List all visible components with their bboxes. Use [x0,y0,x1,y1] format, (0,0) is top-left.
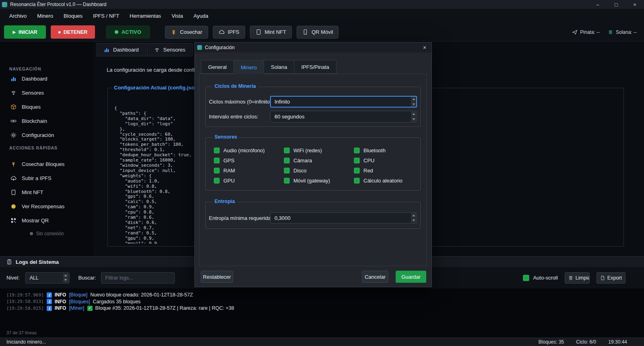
toolbar: ▶ INICIAR ■ DETENER ACTIVO Cosechar IPFS… [0,23,644,41]
max-cycles-input[interactable] [270,96,417,108]
window-controls: – □ × [588,0,644,9]
config-panel-title: Configuración Actual (config.json) [112,85,202,91]
max-cycles-label: Ciclos máximos (0=infinito): [209,99,273,105]
dialog-tab-solana[interactable]: Solana [264,60,294,74]
sidebar: NAVEGACIÓN Dashboard Sensores Bloques Bl… [0,41,93,256]
sensor-camara: ✓Cámara [284,157,354,164]
info-icon: i [47,292,52,298]
sidebar-item-configuracion[interactable]: Configuración [0,128,93,142]
sidebar-item-blockchain[interactable]: Blockchain [0,114,93,128]
menu-ipfs-nft[interactable]: IPFS / NFT [88,9,124,23]
spin-down-button[interactable] [411,102,416,107]
sensor-label: Audio (micrófono) [223,147,265,153]
clear-button-label: Limpiar [576,275,590,281]
sensor-checkbox[interactable]: ✓ [354,178,360,184]
mining-status-label: ACTIVO [122,29,141,35]
dialog-tab-general[interactable]: General [201,60,233,74]
dialog-tab-minero[interactable]: Minero [233,60,264,74]
entropy-input[interactable] [270,212,417,224]
arrow-down-icon [413,104,415,105]
spin-up-button[interactable] [411,112,416,116]
arrow-up-icon [413,215,415,216]
sensor-checkbox[interactable]: ✓ [214,157,220,164]
dialog-close-button[interactable]: × [418,43,431,52]
clear-logs-button[interactable]: Limpiar [565,272,590,284]
sensors-grid: ✓Audio (micrófono) ✓WiFi (redes) ✓Blueto… [214,147,424,184]
sidebar-item-bloques[interactable]: Bloques [0,100,93,114]
sensor-checkbox[interactable]: ✓ [284,178,290,184]
harvest-button[interactable]: Cosechar [165,26,208,39]
sensor-checkbox[interactable]: ✓ [214,147,220,153]
solana-status-label: Solana: -- [616,29,637,35]
sensor-checkbox[interactable]: ✓ [284,157,290,164]
spin-down-button[interactable] [411,218,416,223]
sidebar-action-mostrar-qr[interactable]: Mostrar QR [0,213,93,228]
sidebar-action-cosechar-bloques[interactable]: Cosechar Bloques [0,157,93,171]
tab-dashboard[interactable]: Dashboard [97,43,146,56]
ipfs-button[interactable]: IPFS [213,26,245,39]
log-filter-input[interactable] [101,272,175,284]
sidebar-action-mint-nft[interactable]: Mint NFT [0,185,93,199]
menu-bloques[interactable]: Bloques [58,9,88,23]
mint-nft-button[interactable]: Mint NFT [250,26,292,39]
sensor-checkbox[interactable]: ✓ [284,168,290,174]
menu-herramientas[interactable]: Herramientas [124,9,166,23]
log-level-select[interactable]: ALL [25,272,70,284]
sensor-label: Red [363,168,373,174]
offline-dot-icon [30,232,33,235]
menu-ayuda[interactable]: Ayuda [188,9,214,23]
spin-up-button[interactable] [411,213,416,218]
sensor-checkbox[interactable]: ✓ [214,168,220,174]
sensor-label: GPS [223,157,234,164]
spin-up-button[interactable] [411,97,416,102]
menu-minero[interactable]: Minero [32,9,58,23]
logs-header-title: Logs del Sistema [16,259,59,265]
arrow-up-icon [413,98,415,100]
dialog-tab-ipfs-pinata[interactable]: IPFS/Pinata [294,60,336,74]
cancel-button[interactable]: Cancelar [362,271,388,283]
sidebar-item-dashboard[interactable]: Dashboard [0,72,93,86]
sensor-checkbox[interactable]: ✓ [354,168,360,174]
log-message: Nuevo bloque creado: 2026-01-12T18-28-57… [90,292,193,298]
maximize-button[interactable]: □ [607,0,625,9]
nft-frame-icon [10,189,17,195]
sidebar-action-subir-ipfs[interactable]: Subir a IPFS [0,171,93,185]
spin-up-button[interactable] [63,273,68,278]
stop-button-label: DETENER [64,29,88,35]
cloud-upload-icon [10,175,17,181]
level-label: Nivel: [6,275,20,281]
close-window-button[interactable]: × [625,0,644,9]
coin-icon [10,203,17,209]
search-label: Buscar: [78,275,96,281]
interval-field [270,111,417,122]
sensor-checkbox[interactable]: ✓ [354,147,360,153]
reset-button[interactable]: Restablecer [201,271,233,283]
stop-icon: ■ [58,30,61,34]
qr-movil-button[interactable]: QR Móvil [297,26,339,39]
menu-vista[interactable]: Vista [166,9,188,23]
sensor-gpu: ✓GPU [214,178,284,184]
spin-down-button[interactable] [63,278,68,282]
sensors-title: Sensores [213,134,239,140]
save-button[interactable]: Guardar [396,271,426,283]
sidebar-action-ver-recompensas[interactable]: Ver Recompensas [0,199,93,213]
sidebar-item-sensores[interactable]: Sensores [0,86,93,100]
spin-down-button[interactable] [411,117,416,122]
wheat-icon [171,29,177,35]
sensor-checkbox[interactable]: ✓ [354,157,360,164]
autoscroll-label: Auto-scroll [533,275,557,281]
start-mining-button[interactable]: ▶ INICIAR [4,25,46,39]
sensor-checkbox[interactable]: ✓ [214,178,220,184]
tab-sensores[interactable]: Sensores [147,43,193,56]
menu-archivo[interactable]: Archivo [4,9,32,23]
bar-chart-icon [104,47,109,53]
app-icon [197,45,202,50]
sensor-checkbox[interactable]: ✓ [284,147,290,153]
interval-input[interactable] [270,111,417,122]
info-icon: i [47,306,52,311]
autoscroll-checkbox[interactable]: ✓ [523,275,529,281]
log-list: [19:29:57.969] i INFO [Bloque] Nuevo blo… [0,288,644,329]
export-logs-button[interactable]: Export [597,272,625,284]
minimize-button[interactable]: – [588,0,607,9]
stop-mining-button[interactable]: ■ DETENER [51,25,95,39]
